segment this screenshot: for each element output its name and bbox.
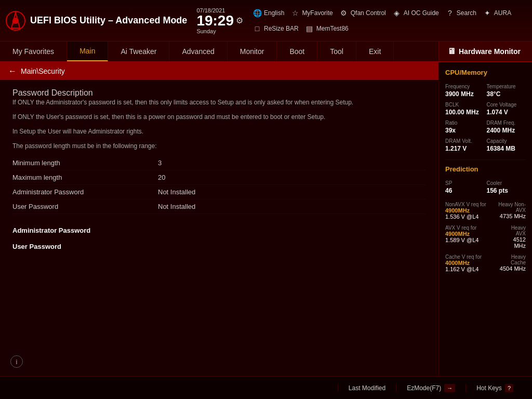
aura-icon: ✦ xyxy=(483,8,492,18)
nonavx-prediction: NonAVX V req for 4900MHz 1.536 V @L4 Hea… xyxy=(445,202,526,220)
cpu-memory-grid: Frequency 3900 MHz Temperature 38°C BCLK… xyxy=(445,84,526,152)
info-icon[interactable]: i xyxy=(10,355,23,368)
app-title: UEFI BIOS Utility – Advanced Mode xyxy=(30,15,187,26)
star-icon: ☆ xyxy=(290,8,300,18)
prediction-title: Prediction xyxy=(445,165,526,175)
hotkeys-button[interactable]: Hot Keys ? xyxy=(466,384,524,392)
desc-paragraph-3: In Setup the User will have Administrato… xyxy=(12,127,426,136)
ai-icon: ◈ xyxy=(392,8,402,18)
last-modified-button[interactable]: Last Modified xyxy=(338,384,396,392)
cache-prediction: Cache V req for 4000MHz 1.162 V @L4 Heav… xyxy=(445,254,526,272)
set-user-password-button[interactable]: User Password xyxy=(12,238,426,255)
footer: Last Modified EzMode(F7) → Hot Keys ? xyxy=(0,376,532,399)
hw-temperature: Temperature 38°C xyxy=(487,84,526,98)
nav-tabs: My Favorites Main Ai Tweaker Advanced Mo… xyxy=(0,42,532,62)
back-button[interactable]: ← xyxy=(8,66,17,76)
set-admin-password-button[interactable]: Administrator Password xyxy=(12,222,426,238)
hw-frequency: Frequency 3900 MHz xyxy=(445,84,485,98)
password-description-title: Password Description xyxy=(12,88,426,98)
gear-icon[interactable]: ⚙ xyxy=(236,16,243,25)
toolbar-search[interactable]: ? Search xyxy=(445,8,476,18)
header: UEFI BIOS Utility – Advanced Mode 07/18/… xyxy=(0,0,532,42)
hardware-monitor-panel: CPU/Memory Frequency 3900 MHz Temperatur… xyxy=(438,62,532,376)
user-password-row: User Password Not Installed xyxy=(12,200,426,214)
monitor-icon: 🖥 xyxy=(447,47,456,56)
avx-prediction: AVX V req for 4900MHz 1.589 V @L4 Heavy … xyxy=(445,225,526,249)
desc-paragraph-2: If ONLY the User's password is set, then… xyxy=(12,112,426,122)
toolbar-myfavorite[interactable]: ☆ MyFavorite xyxy=(290,8,332,18)
toolbar: 🌐 English ☆ MyFavorite ⚙ Qfan Control ◈ … xyxy=(252,8,527,33)
hw-dram-freq: DRAM Freq. 2400 MHz xyxy=(487,120,526,134)
max-length-row: Maximum length 20 xyxy=(12,170,426,185)
svg-point-2 xyxy=(12,18,19,24)
ezmode-icon: → xyxy=(444,384,455,392)
max-length-label: Maximum length xyxy=(12,174,158,181)
hw-core-voltage: Core Voltage 1.074 V xyxy=(487,102,526,116)
min-length-label: Minimum length xyxy=(12,159,158,167)
breadcrumb: ← Main\Security xyxy=(0,62,438,80)
datetime-area: 07/18/2021 19:29 ⚙ Sunday xyxy=(196,7,243,34)
tab-my-favorites[interactable]: My Favorites xyxy=(0,42,67,61)
ezmode-button[interactable]: EzMode(F7) → xyxy=(396,384,466,392)
content-area: Password Description If ONLY the Adminis… xyxy=(0,80,438,263)
cpu-memory-title: CPU/Memory xyxy=(445,69,526,78)
min-length-value: 3 xyxy=(158,159,162,167)
user-password-value: Not Installed xyxy=(158,203,195,210)
hardware-monitor-header: 🖥 Hardware Monitor xyxy=(438,42,532,61)
toolbar-memtest[interactable]: ▤ MemTest86 xyxy=(305,24,349,33)
hotkeys-icon: ? xyxy=(505,384,513,392)
toolbar-resize-bar[interactable]: □ ReSize BAR xyxy=(252,24,299,33)
globe-icon: 🌐 xyxy=(252,8,262,18)
clock-display: 19:29 xyxy=(196,14,234,28)
day-display: Sunday xyxy=(196,28,216,34)
fan-icon: ⚙ xyxy=(339,8,349,18)
hotkeys-label: Hot Keys xyxy=(476,384,502,392)
desc-paragraph-1: If ONLY the Administrator's password is … xyxy=(12,98,426,107)
toolbar-aura[interactable]: ✦ AURA xyxy=(483,8,511,18)
admin-password-value: Not Installed xyxy=(158,188,195,196)
tab-boot[interactable]: Boot xyxy=(277,42,317,61)
hw-dram-volt: DRAM Volt. 1.217 V xyxy=(445,138,485,152)
hw-bclk: BCLK 100.00 MHz xyxy=(445,102,485,116)
search-icon: ? xyxy=(445,8,455,18)
breadcrumb-path: Main\Security xyxy=(21,67,65,75)
hw-cooler: Cooler 156 pts xyxy=(487,180,526,194)
toolbar-ai-oc[interactable]: ◈ AI OC Guide xyxy=(392,8,439,18)
last-modified-label: Last Modified xyxy=(349,384,385,392)
tab-main[interactable]: Main xyxy=(67,42,108,61)
left-panel: ← Main\Security Password Description If … xyxy=(0,62,438,376)
desc-paragraph-4: The password length must be in the follo… xyxy=(12,141,426,151)
tab-ai-tweaker[interactable]: Ai Tweaker xyxy=(108,42,169,61)
logo-area: UEFI BIOS Utility – Advanced Mode xyxy=(5,10,187,31)
main-content: ← Main\Security Password Description If … xyxy=(0,62,532,376)
hw-capacity: Capacity 16384 MB xyxy=(487,138,526,152)
toolbar-english[interactable]: 🌐 English xyxy=(252,8,284,18)
tab-exit[interactable]: Exit xyxy=(356,42,394,61)
user-password-label: User Password xyxy=(12,203,158,210)
admin-password-label: Administrator Password xyxy=(12,188,158,196)
tab-advanced[interactable]: Advanced xyxy=(169,42,227,61)
ezmode-label: EzMode(F7) xyxy=(407,384,441,392)
hw-sp: SP 46 xyxy=(445,180,485,194)
prediction-sp-cooler: SP 46 Cooler 156 pts xyxy=(445,180,526,194)
min-length-row: Minimum length 3 xyxy=(12,156,426,170)
toolbar-qfan[interactable]: ⚙ Qfan Control xyxy=(339,8,386,18)
memtest-icon: ▤ xyxy=(305,24,314,33)
tab-tool[interactable]: Tool xyxy=(317,42,356,61)
tab-monitor[interactable]: Monitor xyxy=(228,42,277,61)
rog-logo-icon xyxy=(5,10,26,31)
hw-divider xyxy=(445,159,526,160)
max-length-value: 20 xyxy=(158,174,165,181)
admin-password-row: Administrator Password Not Installed xyxy=(12,185,426,200)
hw-ratio: Ratio 39x xyxy=(445,120,485,134)
resize-icon: □ xyxy=(252,24,262,33)
